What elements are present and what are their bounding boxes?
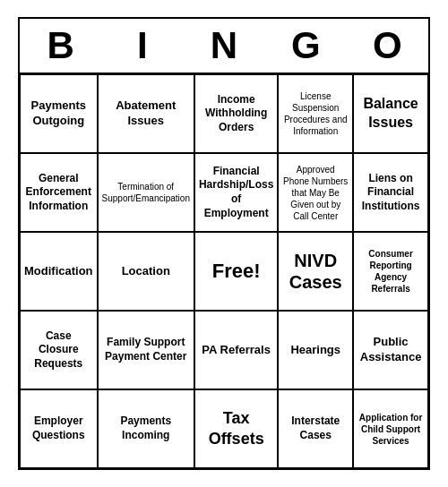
bingo-cell-14[interactable]: Consumer Reporting Agency Referrals xyxy=(353,232,428,311)
bingo-cell-4[interactable]: Balance Issues xyxy=(353,74,428,153)
bingo-cell-8[interactable]: Approved Phone Numbers that May Be Given… xyxy=(278,153,353,232)
bingo-cell-24[interactable]: Application for Child Support Services xyxy=(353,389,428,468)
header-letter-n: N xyxy=(183,24,264,67)
bingo-cell-3[interactable]: License Suspension Procedures and Inform… xyxy=(278,74,353,153)
bingo-cell-11[interactable]: Location xyxy=(98,232,194,311)
bingo-cell-19[interactable]: Public Assistance xyxy=(353,311,428,389)
bingo-card: B I N G O Payments OutgoingAbatement Iss… xyxy=(18,17,430,470)
bingo-cell-7[interactable]: Financial Hardship/Loss of Employment xyxy=(194,153,278,232)
bingo-cell-17[interactable]: PA Referrals xyxy=(194,311,278,389)
header-letter-i: I xyxy=(101,24,183,67)
bingo-cell-9[interactable]: Liens on Financial Institutions xyxy=(353,153,428,232)
bingo-grid: Payments OutgoingAbatement IssuesIncome … xyxy=(20,74,428,468)
bingo-cell-2[interactable]: Income Withholding Orders xyxy=(194,74,278,153)
bingo-cell-5[interactable]: General Enforcement Information xyxy=(20,153,98,232)
bingo-cell-15[interactable]: Case Closure Requests xyxy=(20,311,98,389)
bingo-cell-12[interactable]: Free! xyxy=(194,232,278,311)
bingo-header: B I N G O xyxy=(20,19,428,74)
bingo-cell-22[interactable]: Tax Offsets xyxy=(194,389,278,468)
bingo-cell-0[interactable]: Payments Outgoing xyxy=(20,74,98,153)
bingo-cell-20[interactable]: Employer Questions xyxy=(20,389,98,468)
bingo-cell-18[interactable]: Hearings xyxy=(278,311,353,389)
bingo-cell-6[interactable]: Termination of Support/Emancipation xyxy=(98,153,194,232)
header-letter-b: B xyxy=(20,24,101,67)
bingo-cell-10[interactable]: Modification xyxy=(20,232,98,311)
bingo-cell-1[interactable]: Abatement Issues xyxy=(98,74,194,153)
header-letter-g: G xyxy=(265,24,347,67)
bingo-cell-21[interactable]: Payments Incoming xyxy=(98,389,194,468)
bingo-cell-23[interactable]: Interstate Cases xyxy=(278,389,353,468)
bingo-cell-13[interactable]: NIVD Cases xyxy=(278,232,353,311)
header-letter-o: O xyxy=(347,24,428,67)
bingo-cell-16[interactable]: Family Support Payment Center xyxy=(98,311,194,389)
